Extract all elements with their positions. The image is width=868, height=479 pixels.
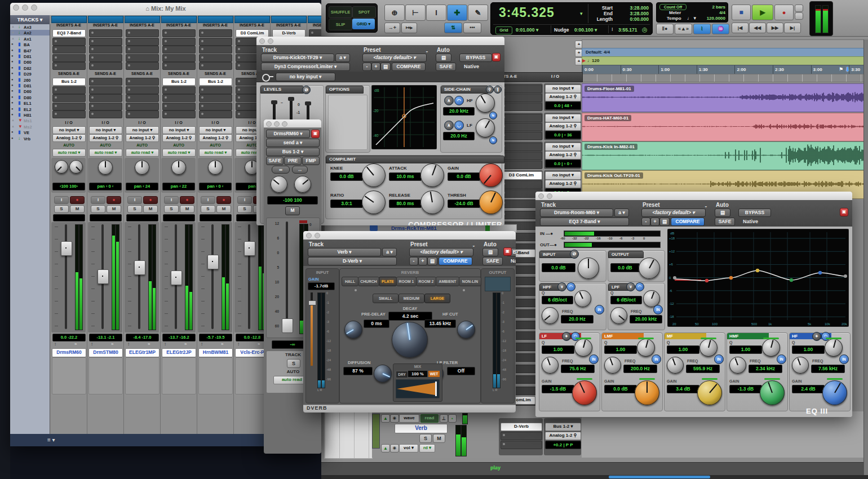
auto-match-icons[interactable]: ↕: [164, 341, 166, 347]
vol-pan-display[interactable]: 0.0 | › 0 ‹: [545, 159, 581, 168]
tracks-list-item[interactable]: ▲↓Ax1: [10, 36, 50, 42]
lpfilter-display[interactable]: Off: [447, 367, 475, 375]
countoff-label[interactable]: Count Off: [659, 4, 687, 10]
target-button[interactable]: ▣: [492, 53, 501, 61]
track-selector[interactable]: Verb ▾: [308, 248, 381, 256]
send-fader-cap[interactable]: [282, 318, 293, 333]
output-selector[interactable]: Analog 1-2 ⚲: [89, 134, 122, 142]
output-selector[interactable]: Analog 1-2 ⚲: [162, 134, 196, 142]
target-button[interactable]: ▣: [840, 208, 848, 216]
solo-button[interactable]: S: [419, 434, 432, 443]
decay-knob[interactable]: [392, 322, 428, 358]
lpf-shape-icon[interactable]: ◠: [635, 282, 644, 291]
send-pan-display[interactable]: -100 100: [267, 196, 318, 205]
tracks-list-item[interactable]: ●▮VE: [10, 130, 50, 135]
target-button[interactable]: ▣: [503, 247, 512, 256]
algorithm-church[interactable]: CHURCH: [358, 277, 379, 286]
edit-mode-spot[interactable]: SPOT: [352, 6, 376, 18]
send-selector[interactable]: send a ▾: [266, 139, 320, 147]
insert-plate[interactable]: D-Verb: [501, 423, 542, 431]
main-counter-dropdown[interactable]: ▾: [580, 11, 583, 16]
send-slot[interactable]: [52, 94, 86, 102]
input-selector[interactable]: no input ▾: [89, 126, 122, 134]
fader-flip-icon[interactable]: »: [148, 341, 150, 347]
tracks-list-item[interactable]: ●▮D81: [10, 83, 50, 88]
band-q-display[interactable]: 1.00: [542, 345, 574, 354]
ratio-knob[interactable]: [362, 190, 386, 214]
send-pan-knob-left[interactable]: [271, 176, 287, 193]
fader-cap[interactable]: [61, 241, 72, 256]
timebase-icon[interactable]: ▲: [381, 414, 390, 423]
fader-flip-icon[interactable]: »: [258, 341, 260, 347]
librarian-button[interactable]: ▤: [427, 257, 437, 265]
send-slot[interactable]: [89, 103, 122, 110]
preset-increment[interactable]: +: [418, 257, 427, 265]
insert-slot[interactable]: [126, 46, 159, 54]
phase-badge[interactable]: Ø: [570, 250, 579, 259]
insert-slot[interactable]: [52, 54, 86, 62]
send-slot[interactable]: [162, 86, 196, 94]
vol-pan-display[interactable]: 0.0 | ‹ 36: [545, 131, 581, 139]
mute-button[interactable]: M: [70, 205, 85, 213]
band-q-display[interactable]: 1.00: [604, 345, 637, 354]
insert-slot[interactable]: [501, 441, 542, 449]
size-large[interactable]: LARGE: [424, 294, 450, 303]
insert-slot[interactable]: [52, 62, 86, 70]
predelay-display[interactable]: 0 ms: [364, 320, 389, 328]
comments-area[interactable]: [125, 357, 160, 394]
insert-slot[interactable]: [501, 103, 542, 111]
pan-knob[interactable]: [98, 160, 113, 175]
send-mute-button[interactable]: M: [285, 206, 300, 215]
output-selector[interactable]: Analog 1-2 ⚲: [199, 134, 232, 142]
online-icon[interactable]: ◎: [642, 26, 648, 33]
send-slot[interactable]: [199, 103, 232, 110]
send-slot[interactable]: [126, 86, 159, 94]
pan-knob[interactable]: [208, 160, 223, 175]
hpf-freq-knob[interactable]: [542, 307, 559, 324]
gain-display[interactable]: 0.0 dB: [448, 172, 480, 181]
pan-knob[interactable]: [135, 160, 149, 175]
countoff-value[interactable]: 2 bars: [702, 5, 725, 10]
grid-value-label[interactable]: Grid: [495, 26, 512, 34]
librarian-button[interactable]: ▤: [380, 63, 391, 71]
algorithm-hall[interactable]: HALL: [342, 277, 358, 286]
insert-slot[interactable]: [501, 123, 542, 131]
insert-plate[interactable]: D3 ComLim: [501, 171, 542, 180]
insert-slot[interactable]: [501, 180, 542, 189]
nudge-value[interactable]: 0:00.100 ▾: [574, 27, 597, 33]
input-selector[interactable]: no input ▾: [545, 114, 581, 122]
solo-button[interactable]: S: [237, 205, 252, 213]
solo-button[interactable]: S: [54, 205, 69, 213]
band-freq-display[interactable]: 2.34 kHz: [749, 365, 782, 373]
clip-name-tag[interactable]: Drums-Floor-M81-01: [584, 86, 634, 92]
insert-slot[interactable]: [126, 29, 159, 37]
inverse-link-button[interactable]: ↔: [292, 166, 308, 174]
lf-freq-display[interactable]: 20.0 Hz: [443, 132, 475, 140]
algorithm-ambient[interactable]: AMBIENT: [436, 277, 459, 286]
grid-value[interactable]: 0:01.000 ▾: [516, 27, 538, 33]
insert-slot[interactable]: [501, 114, 542, 122]
window-minimize-button[interactable]: [268, 38, 273, 44]
output-gain-display[interactable]: 0.0 dB: [610, 263, 640, 272]
thresh-knob[interactable]: [479, 190, 503, 214]
insert-slot[interactable]: [126, 54, 159, 62]
mute-button[interactable]: M: [107, 205, 121, 213]
diffusion-knob[interactable]: [374, 365, 392, 383]
solo-button[interactable]: S: [164, 205, 179, 213]
group-display[interactable]: [200, 214, 232, 221]
strip-header-bar[interactable]: [51, 16, 87, 23]
track-name-plate[interactable]: ELEGtr1MP: [125, 348, 160, 357]
bottom-scroll-track[interactable]: [321, 475, 868, 479]
fader-flip-icon[interactable]: »: [184, 341, 187, 347]
send-slot[interactable]: [52, 110, 86, 118]
insert-plate[interactable]: D-Verb: [272, 29, 305, 37]
knee-display[interactable]: 0.0 dB: [330, 172, 363, 181]
lpf-freq-knob[interactable]: [610, 307, 627, 324]
insert-slot[interactable]: [501, 152, 542, 160]
insert-slot[interactable]: [199, 62, 232, 70]
track-view-selector[interactable]: wave: [399, 414, 419, 423]
algorithm-plate[interactable]: PLATE: [379, 277, 397, 286]
insert-slot[interactable]: [52, 46, 86, 54]
grabber-tool[interactable]: ✚: [447, 5, 467, 21]
hpf-q-display[interactable]: 6 dB/oct: [542, 296, 573, 304]
